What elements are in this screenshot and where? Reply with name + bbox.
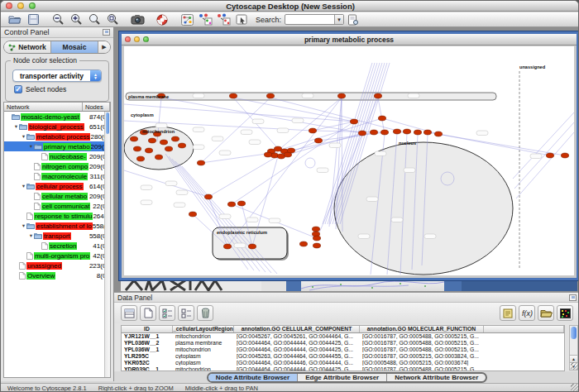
col-molecular-function[interactable]: annotation.GO MOLECULAR_FUNCTION bbox=[360, 326, 484, 332]
tree-row-unassigned[interactable]: unassigned223(0) bbox=[4, 261, 110, 270]
table-cell[interactable]: YJR121W__1 bbox=[122, 333, 173, 339]
resize-grip[interactable] bbox=[571, 362, 578, 370]
zoom-fit-button[interactable] bbox=[85, 13, 103, 26]
save-button[interactable] bbox=[24, 13, 42, 26]
import-attributes-button[interactable] bbox=[538, 305, 554, 321]
expander-icon[interactable]: ▼ bbox=[28, 144, 34, 149]
table-cell[interactable]: [GO:0016787, GO:0005488, GO:0005215, G..… bbox=[360, 340, 484, 346]
table-cell[interactable]: [GO:0045267, GO:0045261, GO:0044464, G..… bbox=[234, 333, 360, 339]
expander-icon[interactable]: ▼ bbox=[21, 134, 26, 139]
select-nodes-checkbox[interactable]: ✓ bbox=[14, 85, 22, 93]
table-cell[interactable]: YKR052C bbox=[122, 360, 173, 366]
tab-network[interactable]: Network bbox=[4, 41, 51, 53]
table-cell[interactable]: mitochondrion bbox=[173, 333, 234, 339]
network-node[interactable] bbox=[546, 153, 553, 158]
float-panel-icon[interactable] bbox=[569, 294, 577, 301]
network-node[interactable] bbox=[248, 244, 256, 249]
attribute-grid-button[interactable] bbox=[121, 305, 137, 321]
unselect-attributes-button[interactable] bbox=[178, 305, 194, 321]
search-text-field[interactable] bbox=[285, 15, 334, 24]
node-color-dropdown[interactable]: transporter activity ▲▼ bbox=[12, 69, 102, 82]
table-row[interactable]: YJR121W__1mitochondrion[GO:0045267, GO:0… bbox=[122, 333, 564, 340]
zoom-in-button[interactable] bbox=[67, 13, 85, 26]
annotation-button[interactable] bbox=[232, 13, 251, 26]
tab-mosaic[interactable]: Mosaic bbox=[51, 41, 98, 53]
tree-row-establishment-of-lo[interactable]: ▼establishment of lo558(0) bbox=[4, 221, 110, 231]
network-node[interactable] bbox=[370, 130, 377, 135]
network-node[interactable] bbox=[266, 93, 274, 98]
search-options-button[interactable] bbox=[344, 13, 362, 26]
tree-row-overview[interactable]: Overview8(0) bbox=[4, 270, 110, 280]
tree-row-macromolecule[interactable]: macromolecule311(0) bbox=[4, 171, 110, 181]
table-cell[interactable]: cytoplasm bbox=[173, 360, 234, 366]
expander-icon[interactable]: ▼ bbox=[28, 233, 34, 238]
network-node[interactable] bbox=[393, 129, 400, 134]
tree-row-nitrogen-compo[interactable]: nitrogen compo209(0) bbox=[4, 161, 110, 171]
network-node[interactable] bbox=[130, 136, 137, 141]
network-node[interactable] bbox=[374, 93, 381, 98]
col-id[interactable]: ID bbox=[122, 326, 173, 332]
table-cell[interactable]: [GO:0044464, GO:0044446, GO:0044444, G..… bbox=[234, 360, 360, 366]
layout-button-1[interactable] bbox=[196, 13, 214, 26]
network-node[interactable] bbox=[313, 243, 320, 248]
window-resize-grip[interactable] bbox=[571, 384, 578, 391]
table-cell[interactable]: [GO:0016787, GO:0005488, GO:0005215, G..… bbox=[360, 333, 484, 339]
network-node[interactable] bbox=[148, 138, 156, 143]
network-canvas[interactable]: plasma membranecytoplasmmitochondrionnuc… bbox=[124, 46, 574, 275]
network-node[interactable] bbox=[160, 140, 167, 145]
tree-row-cellular-metabo[interactable]: cellular metabo209(0) bbox=[4, 191, 110, 201]
network-node[interactable] bbox=[133, 146, 141, 151]
tree-row-cell-communicat[interactable]: cell communicat22(0) bbox=[4, 201, 110, 211]
col-region[interactable]: _cellularLayoutRegion bbox=[173, 326, 234, 332]
network-node[interactable] bbox=[136, 156, 144, 161]
matrix-view-button[interactable] bbox=[557, 305, 573, 321]
network-node[interactable] bbox=[227, 202, 235, 207]
network-node[interactable] bbox=[155, 155, 162, 160]
network-node[interactable] bbox=[178, 143, 185, 148]
tab-node-attribute-browser[interactable]: Node Attribute Browser bbox=[208, 374, 298, 381]
table-cell[interactable]: YLR295C bbox=[122, 353, 173, 359]
delete-attribute-button[interactable] bbox=[197, 305, 213, 321]
layout-button-2[interactable] bbox=[214, 13, 232, 26]
tree-row-biological-process[interactable]: ▼biological_process651(0) bbox=[4, 122, 110, 131]
tree-row-multi-organism-pro[interactable]: multi-organism pro42(0) bbox=[4, 251, 110, 261]
network-node[interactable] bbox=[299, 241, 307, 246]
network-node[interactable] bbox=[561, 153, 568, 158]
col-cellular-component[interactable]: annotation.GO CELLULAR_COMPONENT bbox=[234, 326, 360, 332]
network-node[interactable] bbox=[165, 146, 172, 151]
table-cell[interactable]: cytoplasm bbox=[173, 353, 234, 359]
network-node[interactable] bbox=[223, 244, 231, 249]
network-node[interactable] bbox=[314, 138, 322, 143]
network-node[interactable] bbox=[237, 201, 245, 206]
network-node[interactable] bbox=[171, 136, 179, 141]
network-node[interactable] bbox=[414, 130, 421, 135]
tree-row-secretion[interactable]: secretion41(0) bbox=[4, 241, 110, 251]
network-node[interactable] bbox=[423, 130, 431, 135]
network-node[interactable] bbox=[197, 160, 204, 165]
tree-row-nucleobase-[interactable]: nucleobase-209(0) bbox=[4, 151, 110, 161]
network-window-titlebar[interactable]: primary metabolic process bbox=[122, 34, 577, 45]
zoom-out-button[interactable] bbox=[49, 13, 67, 26]
expander-icon[interactable]: ▼ bbox=[21, 184, 26, 189]
open-file-button[interactable] bbox=[6, 13, 24, 26]
network-node[interactable] bbox=[309, 128, 316, 133]
network-node[interactable] bbox=[403, 129, 410, 134]
table-cell[interactable]: [GO:0045263, GO:0044464, GO:0044455, G..… bbox=[234, 353, 360, 359]
network-node[interactable] bbox=[434, 131, 442, 136]
table-cell[interactable]: [GO:0044464, GO:0044444, GO:0044425, G..… bbox=[234, 340, 360, 346]
network-manager-button[interactable] bbox=[178, 13, 196, 26]
network-node[interactable] bbox=[229, 93, 237, 98]
network-node[interactable] bbox=[312, 227, 319, 232]
tree-row-metabolic-process[interactable]: ▼metabolic process280(0) bbox=[4, 131, 110, 141]
table-row[interactable]: YPL036W__1mitochondrion[GO:0044464, GO:0… bbox=[122, 347, 564, 353]
network-node[interactable] bbox=[189, 212, 196, 217]
tree-row-primary-metabo[interactable]: ▼primary metabo209(... bbox=[4, 141, 110, 151]
tree-col-nodes[interactable]: Nodes bbox=[83, 103, 110, 111]
table-row[interactable]: YPL036W__2plasma membrane[GO:0044464, GO… bbox=[122, 340, 564, 347]
table-cell[interactable]: [GO:0016787, GO:0005488, GO:0005215, G..… bbox=[360, 347, 484, 352]
table-cell[interactable]: [GO:0016787, GO:0005215, GO:0003824, G..… bbox=[360, 353, 484, 359]
network-node[interactable] bbox=[313, 236, 320, 241]
expander-icon[interactable]: ▼ bbox=[21, 223, 26, 228]
select-attributes-button[interactable] bbox=[159, 305, 175, 321]
network-node[interactable] bbox=[274, 146, 281, 151]
